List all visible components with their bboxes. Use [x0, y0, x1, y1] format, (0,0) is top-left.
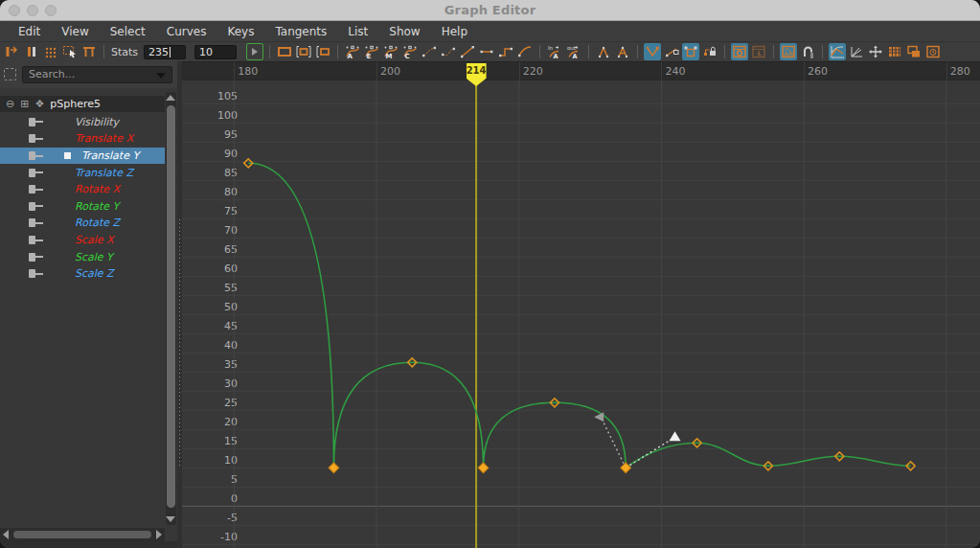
scroll-down-icon[interactable] [166, 516, 175, 522]
menu-item-view[interactable]: View [51, 25, 99, 38]
swap-buffer-curves-button[interactable] [799, 43, 816, 60]
tangent-linear-button[interactable] [459, 43, 476, 60]
close-button[interactable] [9, 5, 20, 16]
key-pin-icon[interactable] [29, 185, 44, 194]
outliner-horizontal-scrollbar[interactable] [0, 528, 165, 541]
zoom-button[interactable] [45, 5, 57, 16]
free-tangent-weight-button[interactable] [644, 43, 661, 60]
channel-row-translate-z[interactable]: Translate Z [0, 164, 165, 181]
key-pin-icon[interactable] [29, 253, 44, 262]
mute-channel-button[interactable] [750, 43, 767, 60]
channel-label: Scale X [75, 234, 114, 246]
menu-item-edit[interactable]: Edit [8, 25, 51, 38]
keyframe[interactable] [478, 463, 489, 473]
ruler-tick [519, 62, 520, 81]
channel-row-translate-y[interactable]: Translate Y [0, 148, 165, 165]
channel-row-scale-y[interactable]: Scale Y [0, 248, 165, 265]
tangent-plateau-button[interactable] [516, 43, 534, 60]
channel-row-scale-z[interactable]: Scale Z [0, 265, 165, 283]
minimize-button[interactable] [27, 5, 38, 16]
time-editor-button[interactable] [924, 43, 942, 60]
stacked-curves-button[interactable] [829, 43, 846, 60]
expand-icon[interactable]: ⊞ [20, 98, 29, 110]
time-ruler[interactable]: 180200220240260280214 [182, 61, 980, 80]
collapse-icon[interactable]: ⊖ [6, 98, 14, 110]
absolute-view-button[interactable] [848, 43, 865, 60]
tangent-spline-button[interactable] [421, 43, 438, 60]
region-select-tool[interactable] [61, 43, 79, 60]
toolbar-separator [724, 45, 725, 58]
tangent-flat-button[interactable] [478, 43, 495, 60]
in-tangent-auto-button[interactable]: InA [546, 43, 563, 60]
break-tangents-button[interactable] [595, 43, 612, 60]
key-pin-icon[interactable] [29, 151, 44, 160]
node-row-psphere5[interactable]: ⊖ ⊞ ❖ pSphere5 [0, 96, 165, 112]
key-pin-icon[interactable] [29, 218, 44, 227]
move-nearest-key-tool[interactable] [4, 43, 21, 60]
out-tangent-auto-button[interactable]: outA [565, 43, 582, 60]
show-buffer-curves-button[interactable] [780, 43, 797, 60]
channel-row-scale-x[interactable]: Scale X [0, 232, 165, 249]
dope-sheet-button[interactable] [905, 43, 923, 60]
animation-curve[interactable] [248, 163, 910, 468]
channel-row-rotate-z[interactable]: Rotate Z [0, 215, 165, 232]
lattice-deform-keys-tool[interactable] [42, 43, 59, 60]
frame-all-button[interactable] [276, 43, 293, 60]
menu-item-list[interactable]: List [337, 25, 378, 38]
stats-value-field[interactable]: 10 [194, 45, 237, 59]
insert-keys-tool[interactable] [23, 43, 40, 60]
search-input[interactable]: Search... [22, 66, 172, 83]
infinity-options-button[interactable] [731, 43, 748, 60]
toolbar-separator [269, 45, 270, 58]
menu-item-show[interactable]: Show [378, 25, 430, 38]
lock-tangent-weight-button[interactable] [663, 43, 680, 60]
tangent-step-button[interactable] [497, 43, 514, 60]
channel-row-translate-x[interactable]: Translate X [0, 130, 165, 148]
menu-item-select[interactable]: Select [100, 25, 156, 38]
auto-frame-button[interactable] [867, 43, 884, 60]
in-tangent-handle[interactable] [594, 412, 604, 422]
graph-canvas[interactable]: 1051009590858075706560555045403530252015… [182, 80, 980, 548]
menu-item-curves[interactable]: Curves [156, 25, 217, 38]
search-row: Search... [0, 61, 177, 88]
center-current-time-button[interactable] [314, 43, 331, 60]
unify-tangents-button[interactable] [614, 43, 631, 60]
channel-outliner: Search... ⊖ ⊞ ❖ pSphere5 VisibilityTrans… [0, 61, 177, 548]
tangent-clamped-button[interactable] [440, 43, 457, 60]
key-pin-icon[interactable] [29, 269, 44, 278]
outliner-vertical-scrollbar[interactable] [166, 92, 176, 525]
lock-selected-keys-button[interactable] [701, 43, 718, 60]
menu-item-help[interactable]: Help [431, 25, 478, 38]
keyframe-selected[interactable] [621, 463, 631, 473]
key-pin-icon[interactable] [29, 202, 44, 211]
stats-frame-field[interactable]: 235 [144, 45, 186, 59]
menu-item-tangents[interactable]: Tangents [264, 25, 337, 38]
search-dropdown-arrow-icon[interactable] [156, 73, 166, 79]
channel-checkbox-icon[interactable] [64, 152, 71, 159]
out-tangent-handle[interactable] [670, 431, 681, 441]
tangent-auto-button[interactable]: A [344, 43, 361, 60]
retime-tool[interactable] [80, 43, 98, 60]
channel-row-rotate-y[interactable]: Rotate Y [0, 198, 165, 216]
spreadsheet-button[interactable] [886, 43, 903, 60]
tangent-auto-mix-button[interactable]: M [382, 43, 399, 60]
filter-icon[interactable] [4, 68, 16, 80]
channel-row-visibility[interactable]: Visibility [0, 114, 165, 131]
key-pin-icon[interactable] [29, 118, 44, 126]
key-pin-icon[interactable] [29, 134, 44, 143]
scroll-right-icon[interactable] [156, 530, 162, 539]
vertical-scroll-thumb[interactable] [167, 105, 175, 508]
snap-keys-button[interactable] [682, 43, 699, 60]
menu-item-keys[interactable]: Keys [217, 25, 264, 38]
key-pin-icon[interactable] [29, 169, 44, 177]
channel-row-rotate-x[interactable]: Rotate X [0, 181, 165, 198]
playhead-snap-toggle[interactable] [246, 43, 263, 60]
horizontal-scroll-thumb[interactable] [13, 531, 151, 538]
tangent-auto-ease-button[interactable]: E [363, 43, 380, 60]
scroll-left-icon[interactable] [3, 530, 9, 539]
scroll-up-icon[interactable] [166, 95, 175, 101]
key-pin-icon[interactable] [29, 236, 44, 244]
keyframe[interactable] [329, 463, 339, 473]
tangent-auto-custom-button[interactable]: C [401, 43, 419, 60]
frame-playback-range-button[interactable] [295, 43, 312, 60]
